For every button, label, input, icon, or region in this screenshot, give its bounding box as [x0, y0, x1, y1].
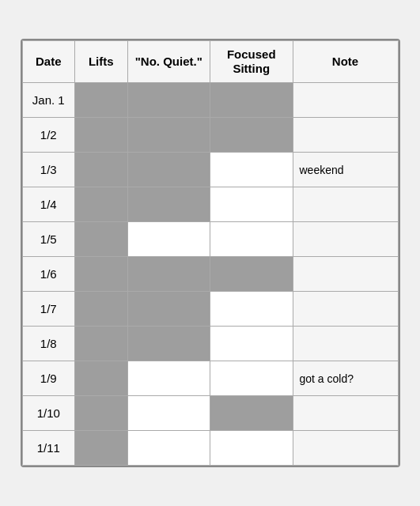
- table-row: 1/5: [22, 222, 398, 257]
- focused-cell: [210, 396, 293, 431]
- note-cell: got a cold?: [293, 361, 398, 396]
- quiet-cell: [127, 153, 210, 187]
- date-cell: 1/11: [22, 431, 75, 466]
- note-cell: [293, 257, 398, 292]
- header-row: Date Lifts "No. Quiet." Focused Sitting …: [22, 41, 398, 83]
- note-cell: [293, 222, 398, 257]
- date-cell: 1/6: [22, 257, 75, 292]
- focused-cell: [210, 118, 293, 153]
- focused-cell: [210, 187, 293, 222]
- table-row: 1/6: [22, 257, 398, 292]
- date-cell: 1/10: [22, 396, 75, 431]
- focused-cell: [210, 431, 293, 466]
- header-focused: Focused Sitting: [210, 41, 293, 83]
- lifts-cell: [75, 361, 128, 396]
- note-cell: weekend: [293, 153, 398, 187]
- lifts-cell: [75, 396, 128, 431]
- quiet-cell: [127, 83, 210, 118]
- header-lifts: Lifts: [75, 41, 128, 83]
- quiet-cell: [127, 327, 210, 361]
- quiet-cell: [127, 396, 210, 431]
- focused-cell: [210, 361, 293, 396]
- quiet-cell: [127, 222, 210, 257]
- tracker-table-wrapper: Date Lifts "No. Quiet." Focused Sitting …: [21, 39, 400, 467]
- date-cell: Jan. 1: [22, 83, 75, 118]
- quiet-cell: [127, 431, 210, 466]
- header-quiet: "No. Quiet.": [127, 41, 210, 83]
- quiet-cell: [127, 187, 210, 222]
- lifts-cell: [75, 187, 128, 222]
- date-cell: 1/7: [22, 292, 75, 327]
- focused-cell: [210, 327, 293, 361]
- lifts-cell: [75, 257, 128, 292]
- lifts-cell: [75, 431, 128, 466]
- quiet-cell: [127, 118, 210, 153]
- focused-cell: [210, 292, 293, 327]
- lifts-cell: [75, 153, 128, 187]
- lifts-cell: [75, 327, 128, 361]
- date-cell: 1/5: [22, 222, 75, 257]
- note-cell: [293, 118, 398, 153]
- header-note: Note: [293, 41, 398, 83]
- lifts-cell: [75, 118, 128, 153]
- table-row: Jan. 1: [22, 83, 398, 118]
- lifts-cell: [75, 222, 128, 257]
- note-cell: [293, 292, 398, 327]
- date-cell: 1/9: [22, 361, 75, 396]
- focused-cell: [210, 257, 293, 292]
- date-cell: 1/3: [22, 153, 75, 187]
- note-cell: [293, 327, 398, 361]
- table-row: 1/2: [22, 118, 398, 153]
- quiet-cell: [127, 257, 210, 292]
- note-cell: [293, 396, 398, 431]
- note-cell: [293, 83, 398, 118]
- table-row: 1/9got a cold?: [22, 361, 398, 396]
- note-cell: [293, 187, 398, 222]
- date-cell: 1/4: [22, 187, 75, 222]
- table-row: 1/8: [22, 327, 398, 361]
- date-cell: 1/8: [22, 327, 75, 361]
- quiet-cell: [127, 361, 210, 396]
- table-row: 1/11: [22, 431, 398, 466]
- lifts-cell: [75, 83, 128, 118]
- habit-tracker-table: Date Lifts "No. Quiet." Focused Sitting …: [22, 40, 399, 466]
- table-row: 1/3weekend: [22, 153, 398, 187]
- lifts-cell: [75, 292, 128, 327]
- table-row: 1/7: [22, 292, 398, 327]
- date-cell: 1/2: [22, 118, 75, 153]
- table-row: 1/10: [22, 396, 398, 431]
- quiet-cell: [127, 292, 210, 327]
- table-row: 1/4: [22, 187, 398, 222]
- note-cell: [293, 431, 398, 466]
- focused-cell: [210, 222, 293, 257]
- header-date: Date: [22, 41, 75, 83]
- focused-cell: [210, 153, 293, 187]
- focused-cell: [210, 83, 293, 118]
